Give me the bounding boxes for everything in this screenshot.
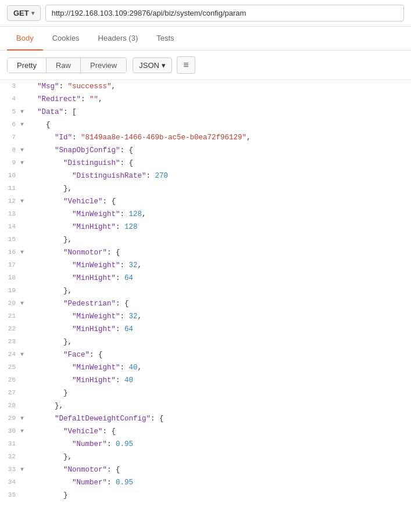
collapse-arrow[interactable]: ▼	[20, 425, 28, 436]
collapse-arrow	[20, 233, 28, 235]
tab-headers[interactable]: Headers (3)	[89, 27, 148, 51]
line-number: 13	[0, 208, 20, 220]
json-line: 3 "Msg": "successs",	[0, 80, 411, 93]
json-content: 3 "Msg": "successs",4 "Redirect": "",5▼ …	[0, 80, 411, 502]
line-number: 25	[0, 361, 20, 373]
collapse-arrow[interactable]: ▼	[20, 348, 28, 360]
collapse-arrow[interactable]: ▼	[20, 157, 28, 168]
json-text: "DefaltDeweightConfig": {	[28, 412, 164, 425]
line-number: 20	[0, 297, 20, 309]
json-text: },	[28, 451, 72, 463]
collapse-arrow	[20, 259, 28, 261]
collapse-arrow	[20, 272, 28, 274]
collapse-arrow[interactable]: ▼	[20, 144, 28, 155]
format-raw-btn[interactable]: Raw	[47, 58, 81, 73]
collapse-arrow	[20, 336, 28, 337]
json-line: 13 "MinWeight": 128,	[0, 208, 411, 221]
json-line: 22 "MinHight": 64	[0, 323, 411, 336]
line-number: 16	[0, 246, 20, 258]
json-text: "MinHight": 64	[28, 272, 133, 284]
line-number: 11	[0, 182, 20, 194]
url-input[interactable]	[45, 5, 404, 21]
method-selector[interactable]: GET ▾	[7, 5, 41, 21]
json-text: },	[28, 233, 72, 246]
json-line: 4 "Redirect": "",	[0, 93, 411, 106]
collapse-arrow	[20, 489, 28, 491]
line-number: 8	[0, 144, 20, 156]
json-text: "DistinguishRate": 270	[28, 170, 168, 182]
collapse-arrow[interactable]: ▼	[20, 118, 28, 130]
json-text: "MinWeight": 32,	[28, 310, 142, 322]
line-number: 15	[0, 233, 20, 245]
json-line: 10 "DistinguishRate": 270	[0, 170, 411, 182]
line-number: 33	[0, 463, 20, 475]
collapse-arrow	[20, 221, 28, 222]
json-type-chevron: ▾	[162, 61, 166, 70]
line-number: 32	[0, 451, 20, 462]
tab-body[interactable]: Body	[7, 27, 43, 51]
collapse-arrow	[20, 182, 28, 184]
line-number: 29	[0, 412, 20, 424]
json-text: "Number": 0.95	[28, 438, 133, 450]
format-preview-btn[interactable]: Preview	[81, 58, 126, 73]
json-text: "MinHight": 128	[28, 221, 138, 233]
tab-cookies[interactable]: Cookies	[43, 27, 89, 51]
line-number: 9	[0, 157, 20, 168]
json-line: 9▼ "Distinguish": {	[0, 157, 411, 170]
json-line: 8▼ "SnapObjConfig": {	[0, 144, 411, 157]
collapse-arrow	[20, 400, 28, 401]
collapse-arrow	[20, 93, 28, 95]
line-number: 35	[0, 489, 20, 501]
format-btn-group: Pretty Raw Preview	[7, 57, 127, 73]
line-number: 14	[0, 221, 20, 232]
json-line: 34 "Number": 0.95	[0, 476, 411, 489]
collapse-arrow[interactable]: ▼	[20, 246, 28, 257]
line-number: 10	[0, 170, 20, 181]
collapse-arrow	[20, 374, 28, 376]
line-number: 30	[0, 425, 20, 437]
collapse-arrow[interactable]: ▼	[20, 195, 28, 206]
json-line: 7 "Id": "8149aa8e-1466-469b-ac5e-b0ea72f…	[0, 131, 411, 144]
collapse-arrow	[20, 361, 28, 363]
json-text: "Nonmotor": {	[28, 463, 120, 476]
json-text: "Msg": "successs",	[28, 80, 116, 92]
line-number: 26	[0, 374, 20, 386]
json-text: "Pedestrian": {	[28, 297, 129, 310]
json-line: 16▼ "Nonmotor": {	[0, 246, 411, 259]
json-line: 11 },	[0, 182, 411, 195]
json-line: 14 "MinHight": 128	[0, 221, 411, 233]
collapse-arrow[interactable]: ▼	[20, 463, 28, 475]
line-number: 22	[0, 323, 20, 335]
collapse-arrow[interactable]: ▼	[20, 106, 28, 117]
format-pretty-btn[interactable]: Pretty	[8, 58, 47, 73]
line-number: 31	[0, 438, 20, 450]
json-line: 6▼ {	[0, 118, 411, 131]
collapse-arrow	[20, 80, 28, 82]
json-text: "SnapObjConfig": {	[28, 144, 133, 156]
json-line: 23 },	[0, 336, 411, 348]
collapse-arrow[interactable]: ▼	[20, 412, 28, 423]
json-text: "Distinguish": {	[28, 157, 133, 169]
json-line: 12▼ "Vehicle": {	[0, 195, 411, 208]
json-line: 21 "MinWeight": 32,	[0, 310, 411, 323]
collapse-arrow	[20, 285, 28, 286]
json-line: 15 },	[0, 233, 411, 246]
line-number: 21	[0, 310, 20, 322]
json-text: {	[28, 118, 51, 131]
tab-tests[interactable]: Tests	[147, 27, 183, 51]
collapse-arrow	[20, 208, 28, 210]
collapse-arrow[interactable]: ▼	[20, 297, 28, 308]
url-bar: GET ▾	[0, 0, 411, 27]
json-type-selector[interactable]: JSON ▾	[133, 57, 172, 73]
line-number: 27	[0, 387, 20, 398]
json-line: 25 "MinWeight": 40,	[0, 361, 411, 374]
json-text: "MinWeight": 32,	[28, 259, 142, 271]
json-line: 24▼ "Face": {	[0, 348, 411, 361]
json-text: }	[28, 387, 68, 399]
method-chevron: ▾	[31, 10, 34, 16]
collapse-arrow	[20, 451, 28, 452]
wrap-icon[interactable]: ≡	[177, 56, 195, 74]
json-text: "Vehicle": {	[28, 195, 116, 207]
json-line: 27 }	[0, 387, 411, 400]
collapse-arrow	[20, 170, 28, 171]
